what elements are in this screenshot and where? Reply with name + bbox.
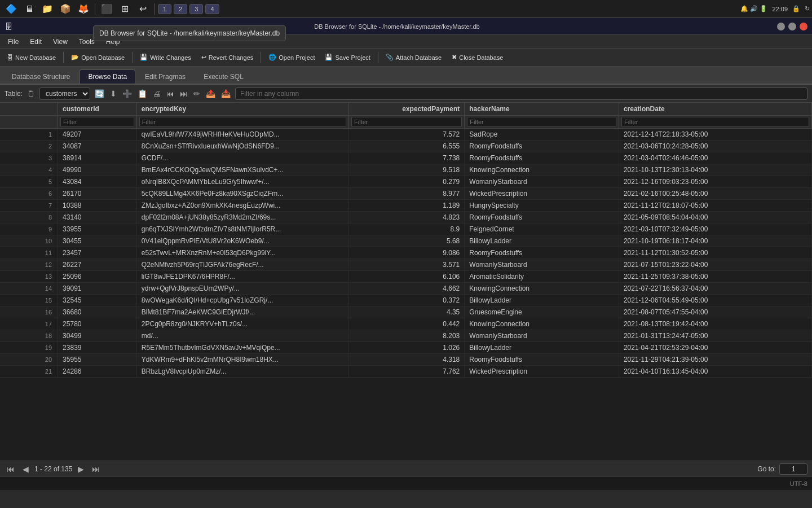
cell-creationdate: 2021-08-07T05:47:55-04:00 <box>619 306 811 318</box>
menu-file[interactable]: File <box>2 37 24 47</box>
cell-encryptedkey: 8wOWegaK6d/iQI/Hd+cpUbg7v51IoZGRj/... <box>136 295 348 306</box>
filter-input[interactable] <box>235 87 807 100</box>
app-icon[interactable]: 🔷 <box>3 1 19 17</box>
new-database-button[interactable]: 🗄 New Database <box>2 52 60 63</box>
tab-edit-pragmas[interactable]: Edit Pragmas <box>136 69 194 84</box>
filter-input-creationdate[interactable] <box>621 117 809 127</box>
last-icon[interactable]: ⏭ <box>179 88 189 99</box>
maximize-button[interactable] <box>788 23 796 30</box>
next-page-button[interactable]: ▶ <box>76 463 86 475</box>
export-icon[interactable]: 📤 <box>205 88 217 99</box>
cell-expectedpayment: 4.823 <box>349 212 465 224</box>
cell-hackername: HungrySpecialty <box>465 200 619 212</box>
cell-rownum: 7 <box>0 200 58 212</box>
attach-database-button[interactable]: 📎 Attach Database <box>381 52 446 63</box>
open-project-button[interactable]: 🌐 Open Project <box>264 52 319 63</box>
cell-creationdate: 2021-04-21T02:53:29-04:00 <box>619 342 811 354</box>
first-page-button[interactable]: ⏮ <box>5 463 17 475</box>
table-row[interactable]: 2 34087 8CnXuZsn+STfRivxIueuxhWwNjOdSN6F… <box>0 141 812 152</box>
taskbar-num-3[interactable]: 3 <box>189 4 203 14</box>
taskbar-refresh-icon: ↻ <box>805 5 810 12</box>
encoding-label: UTF-8 <box>790 480 807 487</box>
cell-hackername: RoomyFoodstuffs <box>465 141 619 152</box>
cell-expectedpayment: 9.086 <box>349 247 465 259</box>
cell-hackername: KnowingConnection <box>465 318 619 330</box>
filter-expectedpayment <box>349 116 465 129</box>
open-database-button[interactable]: 📂 Open Database <box>67 52 129 63</box>
tab-execute-sql[interactable]: Execute SQL <box>195 69 252 84</box>
col-header-hackername: hackerName <box>465 103 619 116</box>
menu-edit[interactable]: Edit <box>24 37 47 47</box>
table-row[interactable]: 8 43140 dpF02l2m08A+jUN38y85zyR3Md2mZI/6… <box>0 212 812 224</box>
cell-encryptedkey: qwIEaVL9hfW7X49jWRHfHeKVeHuODpMD... <box>136 129 348 141</box>
table-row[interactable]: 10 30455 0V41elQppmRvPlE/VtU8Vr2oK6WOeb9… <box>0 235 812 247</box>
table-row[interactable]: 18 30499 md/... 8.203 WomanlyStarboard 2… <box>0 330 812 342</box>
refresh-icon[interactable]: 🔄 <box>94 88 105 99</box>
cell-customerid: 38914 <box>58 152 137 164</box>
table-row[interactable]: 4 49990 BmEAx4rCCKOQgJewQMSFNawnXSulvdC+… <box>0 164 812 176</box>
taskbar-num-2[interactable]: 2 <box>174 4 187 14</box>
table-row[interactable]: 17 25780 2PCg0pR8zg0/NJKRYV+hTLz0s/... 0… <box>0 318 812 330</box>
taskbar-icon-arrow[interactable]: ↩ <box>135 1 151 17</box>
menu-view[interactable]: View <box>47 37 73 47</box>
table-select[interactable]: customers <box>39 87 90 100</box>
prev-page-button[interactable]: ◀ <box>20 463 31 475</box>
taskbar-icon-fox[interactable]: 🦊 <box>76 1 91 17</box>
taskbar-icon-grid[interactable]: ⊞ <box>117 1 133 17</box>
close-button[interactable] <box>800 23 807 30</box>
taskbar-icon-terminal[interactable]: ⬛ <box>99 1 114 17</box>
tab-database-structure[interactable]: Database Structure <box>3 69 78 84</box>
write-changes-button[interactable]: 💾 Write Changes <box>135 52 196 63</box>
taskbar-num-4[interactable]: 4 <box>205 4 219 14</box>
table-row[interactable]: 9 33955 gn6qTXJSlYmh2WfzdmZIV7s8tNM7ljIo… <box>0 224 812 235</box>
filter-input-expectedpayment[interactable] <box>351 117 462 127</box>
table-row[interactable]: 12 26227 Q2eNMfvzh5P69rqTlJGFAk76egRecF/… <box>0 259 812 271</box>
revert-changes-button[interactable]: ↩ Revert Changes <box>197 52 258 63</box>
table-row[interactable]: 3 38914 GCDF/... 7.738 RoomyFoodstuffs 2… <box>0 152 812 164</box>
minimize-button[interactable] <box>777 23 785 30</box>
taskbar-lock-icon: 🔒 <box>792 5 800 12</box>
cell-creationdate: 2021-12-06T04:55:49-05:00 <box>619 295 811 306</box>
cell-expectedpayment: 3.571 <box>349 259 465 271</box>
taskbar-icons-right: 🔔 🔊 🔋 <box>740 5 767 12</box>
save-proj-icon: 💾 <box>325 54 333 61</box>
table-row[interactable]: 20 35955 YdKWRm9+dFhKl5v2mMNrQH8I9wm18HX… <box>0 354 812 366</box>
cell-hackername: RoomyFoodstuffs <box>465 212 619 224</box>
last-page-button[interactable]: ⏭ <box>90 463 102 475</box>
cell-expectedpayment: 7.738 <box>349 152 465 164</box>
table-row[interactable]: 5 43084 oNrqIB8XQcPAMMYbLeLu9G/y5Ihwwf+/… <box>0 176 812 188</box>
table-row[interactable]: 16 36680 BlMt81BF7ma2AeKWC9GlEDjrWJf/...… <box>0 306 812 318</box>
taskbar-icon-monitor[interactable]: 🖥 <box>21 1 37 17</box>
copy-icon[interactable]: 📋 <box>136 88 148 99</box>
filter-input-customerid[interactable] <box>60 117 134 127</box>
close-database-button[interactable]: ✖ Close Database <box>447 52 508 63</box>
tab-browse-data[interactable]: Browse Data <box>80 69 135 84</box>
taskbar-icon-folder[interactable]: 📁 <box>39 1 55 17</box>
table-row[interactable]: 14 39091 ydrw+QgfVrJ8pnspEUm2WPy/... 4.6… <box>0 283 812 295</box>
table-row[interactable]: 15 32545 8wOWegaK6d/iQI/Hd+cpUbg7v51IoZG… <box>0 295 812 306</box>
import-icon[interactable]: 📥 <box>220 88 232 99</box>
table-row[interactable]: 13 25096 liGT8wJFE1DPK67/6HPR8F/... 6.10… <box>0 271 812 283</box>
table-row[interactable]: 1 49207 qwIEaVL9hfW7X49jWRHfHeKVeHuODpMD… <box>0 129 812 141</box>
add-icon[interactable]: ➕ <box>121 88 133 99</box>
filter-input-encryptedkey[interactable] <box>139 117 346 127</box>
table-row[interactable]: 6 26170 5cQK89LLMg4XK6Pe0Fz8ka90XSgzCiqZ… <box>0 188 812 200</box>
taskbar-num-1[interactable]: 1 <box>158 4 171 14</box>
table-row[interactable]: 7 10388 ZMzJgoIbxz+AZ0on9XmkXK4nesgEuzpW… <box>0 200 812 212</box>
first-icon[interactable]: ⏮ <box>165 88 175 99</box>
table-row[interactable]: 19 23839 R5E7Mm5ThutbvImGdVXN5avJv+MVqiQ… <box>0 342 812 354</box>
data-table-wrapper[interactable]: customerId encryptedKey expectedPayment … <box>0 103 812 461</box>
print-icon[interactable]: 🖨 <box>152 88 162 99</box>
edit-icon[interactable]: ✏ <box>192 88 201 99</box>
filter-input-hackername[interactable] <box>467 117 616 127</box>
taskbar-icon-pkg[interactable]: 📦 <box>58 1 73 17</box>
cell-customerid: 35955 <box>58 354 137 366</box>
filter-icon[interactable]: ⬇ <box>109 88 118 99</box>
goto-input[interactable] <box>779 463 807 475</box>
table-row[interactable]: 11 23457 e52sTwvL+MRXnzRnM+e0I53qD6Pkg99… <box>0 247 812 259</box>
cell-customerid: 43084 <box>58 176 137 188</box>
table-row[interactable]: 21 24286 BRbzLgV8IvcpiUp0mZMz/... 7.762 … <box>0 366 812 378</box>
col-header-creationdate: creationDate <box>619 103 811 116</box>
save-project-button[interactable]: 💾 Save Project <box>320 52 374 63</box>
cell-expectedpayment: 4.662 <box>349 283 465 295</box>
